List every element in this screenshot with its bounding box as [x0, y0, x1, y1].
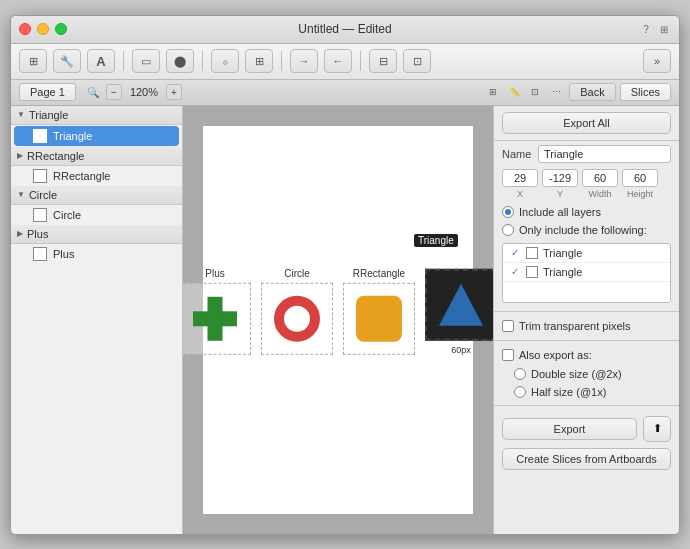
toolbar-arrange-btn[interactable]: ⬦ — [211, 49, 239, 73]
page-tab[interactable]: Page 1 — [19, 83, 76, 101]
sidebar-item-circle[interactable]: Circle — [11, 205, 182, 225]
minimize-button[interactable] — [37, 23, 49, 35]
w-input[interactable] — [582, 169, 618, 187]
triangle-selected-label: Triangle — [414, 234, 458, 247]
maximize-button[interactable] — [55, 23, 67, 35]
triangle-wrapper: 60px — [425, 268, 493, 340]
sidebar-plus-label: Plus — [53, 248, 74, 260]
y-label: Y — [542, 189, 578, 199]
sidebar-group-triangle[interactable]: ▼ Triangle — [11, 106, 182, 125]
plus-vertical — [208, 296, 223, 340]
toolbar-oval-btn[interactable]: ⬤ — [166, 49, 194, 73]
rrect-icon — [356, 295, 402, 341]
sidebar-item-rrect[interactable]: RRectangle — [11, 166, 182, 186]
x-input[interactable] — [502, 169, 538, 187]
slice-icon[interactable]: ⊡ — [526, 83, 544, 101]
radio-all-row[interactable]: Include all layers — [494, 203, 679, 221]
sidebar-group-plus[interactable]: ▶ Plus — [11, 225, 182, 244]
slices-tab[interactable]: Slices — [620, 83, 671, 101]
zoom-minus-btn[interactable]: − — [106, 84, 122, 100]
help-button[interactable]: ? — [639, 22, 653, 36]
toolbar-layers-btn[interactable]: ⊞ — [19, 49, 47, 73]
toolbar-back-btn[interactable]: ← — [324, 49, 352, 73]
more-icon[interactable]: ⋯ — [547, 83, 565, 101]
sidebar-triangle-label: Triangle — [53, 130, 92, 142]
trim-checkbox[interactable] — [502, 320, 514, 332]
shape-circle-box[interactable] — [261, 282, 333, 354]
tabbar: Page 1 🔍 − 120% + ⊞ 📏 ⊡ ⋯ Back Slices — [11, 80, 679, 106]
shape-triangle-box[interactable]: 60px — [425, 268, 493, 340]
share-icon: ⬆ — [653, 422, 662, 435]
radio-only-row[interactable]: Only include the following: — [494, 221, 679, 239]
sidebar: ▼ Triangle Triangle ▶ RRectangle RRectan… — [11, 106, 183, 534]
shape-rrect-item[interactable]: RRectangle — [343, 267, 415, 354]
export-all-button[interactable]: Export All — [502, 112, 671, 134]
sidebar-group-rrect[interactable]: ▶ RRectangle — [11, 147, 182, 166]
grid-icon[interactable]: ⊞ — [484, 83, 502, 101]
expand-button[interactable]: ⊞ — [657, 22, 671, 36]
share-button[interactable]: ⬆ — [643, 416, 671, 442]
toolbar-more-btn[interactable]: » — [643, 49, 671, 73]
export-btn-row: Export ⬆ — [494, 410, 679, 448]
coords-labels-row: X Y Width Height — [494, 189, 679, 203]
double-size-row[interactable]: Double size (@2x) — [494, 365, 679, 383]
trim-row[interactable]: Trim transparent pixels — [494, 316, 679, 336]
tabbar-icons: ⊞ 📏 ⊡ ⋯ — [484, 83, 565, 101]
circle-group-label: Circle — [29, 189, 57, 201]
also-export-label: Also export as: — [519, 349, 592, 361]
main-area: ▼ Triangle Triangle ▶ RRectangle RRectan… — [11, 106, 679, 534]
name-label: Name — [502, 148, 532, 160]
shape-plus-item[interactable]: Plus — [183, 267, 251, 354]
zoom-plus-btn[interactable]: + — [166, 84, 182, 100]
panel-bottom-space — [494, 478, 679, 534]
shape-rrect-box[interactable] — [343, 282, 415, 354]
sidebar-item-plus[interactable]: Plus — [11, 244, 182, 264]
toolbar-forward-btn[interactable]: → — [290, 49, 318, 73]
toolbar-text-btn[interactable]: A — [87, 49, 115, 73]
shape-plus-label: Plus — [205, 267, 224, 278]
canvas-area[interactable]: Plus Circle — [183, 106, 493, 534]
ruler-icon[interactable]: 📏 — [505, 83, 523, 101]
name-row: Name Triangle — [494, 141, 679, 167]
sidebar-circle-label: Circle — [53, 209, 81, 221]
radio-all-btn[interactable] — [502, 206, 514, 218]
export-button[interactable]: Export — [502, 418, 637, 440]
also-export-row[interactable]: Also export as: — [494, 345, 679, 365]
half-size-row[interactable]: Half size (@1x) — [494, 383, 679, 401]
search-icon[interactable]: 🔍 — [84, 83, 102, 101]
toolbar-distribute-btn[interactable]: ⊡ — [403, 49, 431, 73]
close-button[interactable] — [19, 23, 31, 35]
layer-item-1[interactable]: ✓ Triangle — [503, 263, 670, 282]
w-label: Width — [582, 189, 618, 199]
half-size-radio[interactable] — [514, 386, 526, 398]
y-input[interactable] — [542, 169, 578, 187]
back-tab[interactable]: Back — [569, 83, 615, 101]
h-label: Height — [622, 189, 658, 199]
triangle-icon — [439, 283, 483, 325]
toolbar-align-btn[interactable]: ⊟ — [369, 49, 397, 73]
sidebar-rrect-label: RRectangle — [53, 170, 110, 182]
toolbar-sep4 — [360, 51, 361, 71]
shape-circle-item[interactable]: Circle — [261, 267, 333, 354]
toolbar-rect-btn[interactable]: ▭ — [132, 49, 160, 73]
x-label: X — [502, 189, 538, 199]
shape-plus-box[interactable] — [183, 282, 251, 354]
double-size-radio[interactable] — [514, 368, 526, 380]
toolbar-group-btn[interactable]: ⊞ — [245, 49, 273, 73]
h-input[interactable] — [622, 169, 658, 187]
circle-group-arrow: ▼ — [17, 190, 25, 199]
right-panel: Export All Name Triangle X Y Width Heigh… — [493, 106, 679, 534]
layer-check-1[interactable]: ✓ — [509, 266, 521, 278]
radio-only-btn[interactable] — [502, 224, 514, 236]
also-export-checkbox[interactable] — [502, 349, 514, 361]
toolbar-inspector-btn[interactable]: 🔧 — [53, 49, 81, 73]
canvas-surface: Plus Circle — [203, 126, 473, 514]
layer-check-0[interactable]: ✓ — [509, 247, 521, 259]
create-slices-button[interactable]: Create Slices from Artboards — [502, 448, 671, 470]
sidebar-group-circle[interactable]: ▼ Circle — [11, 186, 182, 205]
size-bottom-label: 60px — [451, 344, 471, 354]
name-value[interactable]: Triangle — [538, 145, 671, 163]
shape-triangle-item[interactable]: 60px 60px — [425, 268, 493, 354]
layer-item-0[interactable]: ✓ Triangle — [503, 244, 670, 263]
sidebar-item-triangle-selected[interactable]: Triangle — [14, 126, 179, 146]
